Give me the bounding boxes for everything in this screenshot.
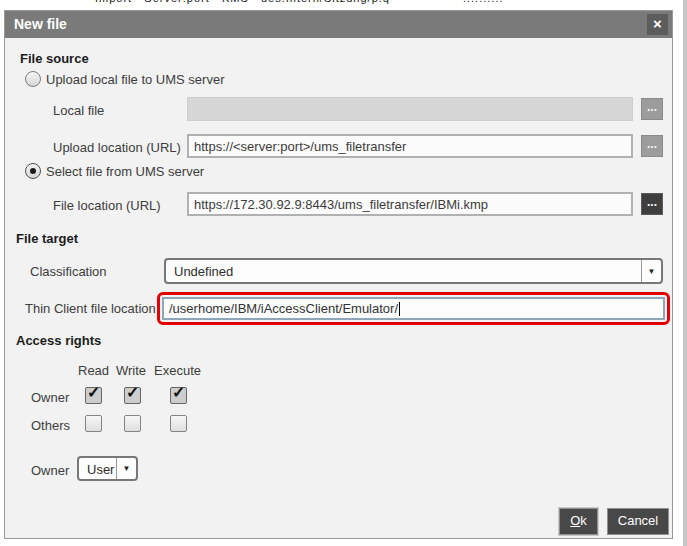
owner-read-checkbox[interactable]: ✓ (85, 387, 102, 404)
ok-button[interactable]: Ok (559, 508, 598, 535)
thin-client-location-highlight: /userhome/IBM/iAccessClient/Emulator/ (157, 292, 670, 325)
thin-client-location-value: /userhome/IBM/iAccessClient/Emulator/ (169, 301, 398, 316)
owner-execute-checkbox[interactable]: ✓ (170, 387, 187, 404)
upload-location-input[interactable] (187, 134, 633, 158)
select-from-ums-radio[interactable] (25, 163, 41, 179)
background-window-strip: Import Server:port KMS ues.Intern/Sitzun… (0, 0, 681, 6)
dialog-title: New file (14, 16, 67, 32)
local-file-label: Local file (53, 103, 104, 118)
owner-select-label: Owner (31, 463, 69, 478)
file-location-label: File location (URL) (53, 198, 161, 213)
local-file-input (187, 97, 633, 121)
file-source-heading: File source (20, 51, 89, 66)
others-row-label: Others (31, 418, 70, 433)
access-rights-heading: Access rights (16, 333, 101, 348)
thin-client-location-input[interactable]: /userhome/IBM/iAccessClient/Emulator/ (162, 297, 665, 320)
ok-button-label: Ok (560, 509, 597, 533)
column-header-read: Read (78, 363, 109, 378)
check-icon: ✓ (87, 385, 101, 401)
others-write-checkbox[interactable]: ✓ (124, 415, 141, 432)
file-location-browse-button[interactable]: ... (641, 193, 663, 215)
file-target-heading: File target (16, 231, 78, 246)
others-execute-checkbox[interactable]: ✓ (170, 415, 187, 432)
chevron-down-icon: ▼ (116, 458, 136, 479)
column-header-write: Write (116, 363, 146, 378)
chevron-down-icon: ▼ (641, 260, 661, 282)
select-from-ums-radio-label: Select file from UMS server (46, 164, 204, 179)
classification-label: Classification (30, 264, 107, 279)
dialog-titlebar: New file (5, 11, 672, 38)
classification-value: Undefined (174, 264, 233, 279)
thin-client-location-label: Thin Client file location (25, 301, 156, 316)
upload-local-file-radio[interactable] (25, 71, 41, 87)
owner-row-label: Owner (31, 390, 69, 405)
close-button[interactable]: × (647, 14, 668, 35)
check-icon: ✓ (126, 385, 140, 401)
background-scrollbar-strip (683, 0, 687, 546)
owner-dropdown[interactable]: User ▼ (77, 456, 138, 481)
others-read-checkbox[interactable]: ✓ (85, 415, 102, 432)
upload-location-browse-button[interactable]: ... (641, 135, 663, 157)
close-icon: × (653, 15, 662, 32)
check-icon: ✓ (172, 385, 186, 401)
new-file-dialog: New file × File source Upload local file… (4, 10, 673, 539)
background-clipped-text: Import Server:port KMS ues.Intern/Sitzun… (95, 0, 504, 4)
local-file-browse-button[interactable]: ... (641, 98, 663, 120)
text-cursor (399, 302, 400, 316)
classification-dropdown[interactable]: Undefined ▼ (164, 258, 663, 284)
upload-location-label: Upload location (URL) (53, 140, 181, 155)
column-header-execute: Execute (154, 363, 201, 378)
upload-local-file-radio-label: Upload local file to UMS server (46, 72, 224, 87)
file-location-input[interactable] (187, 192, 633, 216)
owner-dropdown-value: User (87, 461, 114, 476)
owner-write-checkbox[interactable]: ✓ (124, 387, 141, 404)
cancel-button-label: Cancel (608, 509, 668, 533)
cancel-button[interactable]: Cancel (607, 508, 669, 535)
